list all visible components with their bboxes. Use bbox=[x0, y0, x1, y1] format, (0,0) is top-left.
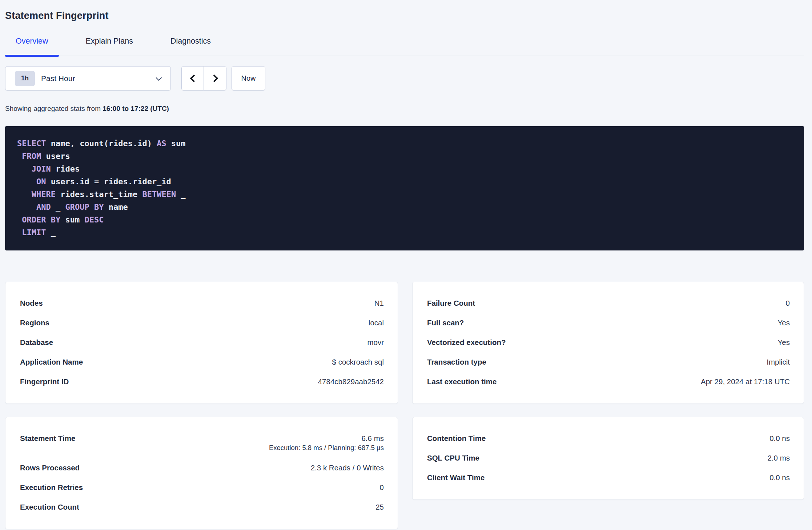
tab-diagnostics[interactable]: Diagnostics bbox=[160, 36, 221, 56]
stat-label: Application Name bbox=[20, 358, 83, 366]
stat-value: Yes bbox=[778, 318, 790, 327]
stat-label: Fingerprint ID bbox=[20, 377, 69, 386]
stat-value: local bbox=[369, 318, 384, 327]
time-range-badge: 1h bbox=[15, 71, 35, 86]
chevron-right-icon bbox=[210, 75, 218, 82]
now-button[interactable]: Now bbox=[232, 66, 265, 91]
stat-value: Implicit bbox=[767, 358, 790, 366]
stat-row-last-execution-time: Last execution time Apr 29, 2024 at 17:1… bbox=[427, 372, 790, 392]
stat-row-application-name: Application Name $ cockroach sql bbox=[20, 352, 384, 372]
stat-value: 6.6 ms bbox=[361, 434, 384, 443]
stat-row-transaction-type: Transaction type Implicit bbox=[427, 352, 790, 372]
stat-label: Statement Time bbox=[20, 434, 75, 443]
stat-label: SQL CPU Time bbox=[427, 454, 479, 462]
stats-line-range: 16:00 to 17:22 (UTC) bbox=[102, 105, 169, 112]
now-button-label: Now bbox=[241, 74, 256, 83]
wait-time-card: Contention Time 0.0 ns SQL CPU Time 2.0 … bbox=[412, 417, 804, 500]
statement-time-breakdown: Execution: 5.8 ms / Planning: 687.5 µs bbox=[20, 444, 384, 454]
execution-attributes-card: Failure Count 0 Full scan? Yes Vectorize… bbox=[412, 282, 804, 404]
stats-line-prefix: Showing aggregated stats from bbox=[5, 105, 102, 112]
tab-overview-label: Overview bbox=[16, 37, 48, 45]
stat-value: Yes bbox=[778, 338, 790, 347]
statement-time-card: Statement Time 6.6 ms Execution: 5.8 ms … bbox=[5, 417, 398, 529]
stat-row-execution-retries: Execution Retries 0 bbox=[20, 478, 384, 497]
stat-value: 2.3 k Reads / 0 Writes bbox=[311, 463, 384, 472]
chevron-down-icon bbox=[156, 75, 162, 81]
next-time-button[interactable] bbox=[204, 66, 226, 91]
time-step-buttons bbox=[181, 66, 226, 91]
chevron-left-icon bbox=[190, 75, 197, 82]
stat-row-full-scan: Full scan? Yes bbox=[427, 313, 790, 333]
aggregated-stats-line: Showing aggregated stats from 16:00 to 1… bbox=[5, 105, 804, 113]
stat-label: Rows Processed bbox=[20, 463, 80, 472]
tab-bar: Overview Explain Plans Diagnostics bbox=[5, 36, 804, 56]
stat-row-nodes: Nodes N1 bbox=[20, 293, 384, 313]
stat-value: 0.0 ns bbox=[769, 473, 790, 482]
stat-row-execution-count: Execution Count 25 bbox=[20, 497, 384, 517]
stat-value: 2.0 ms bbox=[767, 454, 790, 462]
sql-statement-box: SELECT name, count(rides.id) AS sum FROM… bbox=[5, 126, 804, 250]
stat-row-fingerprint-id: Fingerprint ID 4784cb829aab2542 bbox=[20, 372, 384, 392]
application-name-link[interactable]: $ cockroach sql bbox=[332, 358, 384, 366]
stat-value: 0 bbox=[380, 483, 384, 492]
stat-label: Execution Retries bbox=[20, 483, 83, 492]
stat-row-regions: Regions local bbox=[20, 313, 384, 333]
previous-time-button[interactable] bbox=[181, 66, 204, 91]
stat-label: Client Wait Time bbox=[427, 473, 485, 482]
statement-details-card: Nodes N1 Regions local Database movr App… bbox=[5, 282, 398, 404]
tab-overview[interactable]: Overview bbox=[5, 36, 59, 56]
stat-label: Transaction type bbox=[427, 358, 486, 366]
stat-label: Contention Time bbox=[427, 434, 486, 443]
time-controls: 1h Past Hour Now bbox=[5, 66, 804, 91]
stat-label: Failure Count bbox=[427, 299, 475, 308]
stat-label: Vectorized execution? bbox=[427, 338, 506, 347]
stat-value: movr bbox=[367, 338, 384, 347]
stat-value: 4784cb829aab2542 bbox=[318, 377, 384, 386]
stat-label: Last execution time bbox=[427, 377, 497, 386]
stat-value: 0.0 ns bbox=[769, 434, 790, 443]
stat-row-client-wait-time: Client Wait Time 0.0 ns bbox=[427, 468, 790, 487]
stat-label: Nodes bbox=[20, 299, 43, 308]
stat-value: 25 bbox=[375, 503, 384, 511]
stat-value: 0 bbox=[786, 299, 790, 308]
tab-explain-plans[interactable]: Explain Plans bbox=[75, 36, 144, 56]
stat-label: Execution Count bbox=[20, 503, 79, 511]
stat-label: Full scan? bbox=[427, 318, 464, 327]
time-range-select[interactable]: 1h Past Hour bbox=[5, 66, 171, 91]
stat-row-database: Database movr bbox=[20, 333, 384, 352]
page-title: Statement Fingerprint bbox=[5, 9, 804, 22]
stat-row-contention-time: Contention Time 0.0 ns bbox=[427, 429, 790, 448]
tab-explain-plans-label: Explain Plans bbox=[86, 37, 133, 45]
stat-label: Regions bbox=[20, 318, 49, 327]
stats-cards-grid: Nodes N1 Regions local Database movr App… bbox=[5, 282, 804, 529]
stat-label: Database bbox=[20, 338, 53, 347]
time-range-label: Past Hour bbox=[41, 74, 75, 83]
stat-row-vectorized-execution: Vectorized execution? Yes bbox=[427, 333, 790, 352]
sql-code: SELECT name, count(rides.id) AS sum FROM… bbox=[17, 137, 789, 239]
stat-row-sql-cpu-time: SQL CPU Time 2.0 ms bbox=[427, 448, 790, 468]
stat-row-rows-processed: Rows Processed 2.3 k Reads / 0 Writes bbox=[20, 458, 384, 478]
stat-value: Apr 29, 2024 at 17:18 UTC bbox=[701, 377, 790, 386]
tab-diagnostics-label: Diagnostics bbox=[170, 37, 211, 45]
stat-row-failure-count: Failure Count 0 bbox=[427, 293, 790, 313]
statement-fingerprint-page: Statement Fingerprint Overview Explain P… bbox=[0, 9, 812, 529]
nodes-link[interactable]: N1 bbox=[374, 299, 384, 308]
